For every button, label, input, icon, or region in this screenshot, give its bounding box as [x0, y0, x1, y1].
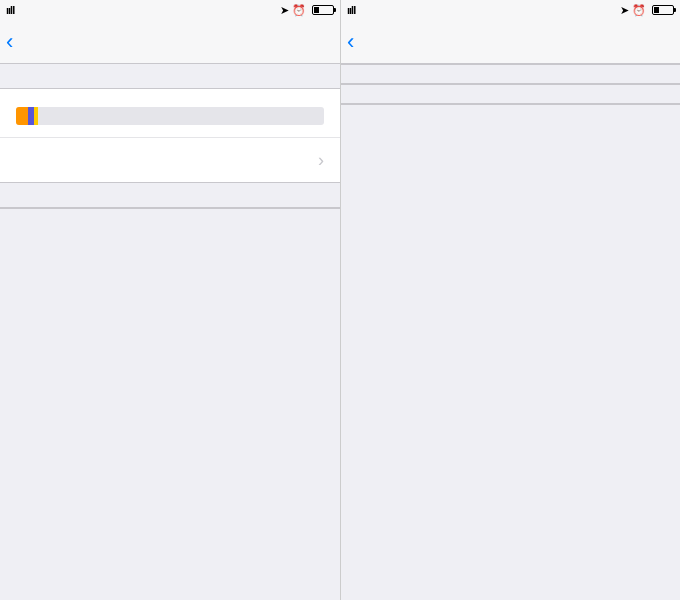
section-apps	[0, 183, 340, 207]
storage-row[interactable]	[0, 89, 340, 138]
nav-bar: ‹	[341, 20, 680, 64]
alarm-icon: ⏰	[292, 4, 306, 17]
signal-icon: ııll	[6, 4, 14, 16]
nav-bar: ‹	[0, 20, 340, 64]
chevron-left-icon: ‹	[347, 31, 354, 53]
back-button[interactable]: ‹	[347, 31, 356, 53]
alarm-icon: ⏰	[632, 4, 646, 17]
right-screenshot: ııll ➤ ⏰ ‹	[340, 0, 680, 600]
section-capacity	[0, 64, 340, 88]
content[interactable]: ›	[0, 64, 340, 600]
status-bar: ııll ➤ ⏰	[341, 0, 680, 20]
back-button[interactable]: ‹	[6, 31, 15, 53]
status-bar: ııll ➤ ⏰	[0, 0, 340, 20]
storage-bar	[16, 107, 324, 125]
left-screenshot: ııll ➤ ⏰ ‹	[0, 0, 340, 600]
chevron-right-icon: ›	[318, 150, 324, 171]
location-icon: ➤	[620, 4, 629, 17]
signal-icon: ııll	[347, 4, 355, 16]
battery-icon	[312, 5, 334, 15]
location-icon: ➤	[280, 4, 289, 17]
chevron-left-icon: ‹	[6, 31, 13, 53]
battery-icon	[652, 5, 674, 15]
content[interactable]	[341, 64, 680, 600]
manage-storage-row[interactable]: ›	[0, 138, 340, 182]
